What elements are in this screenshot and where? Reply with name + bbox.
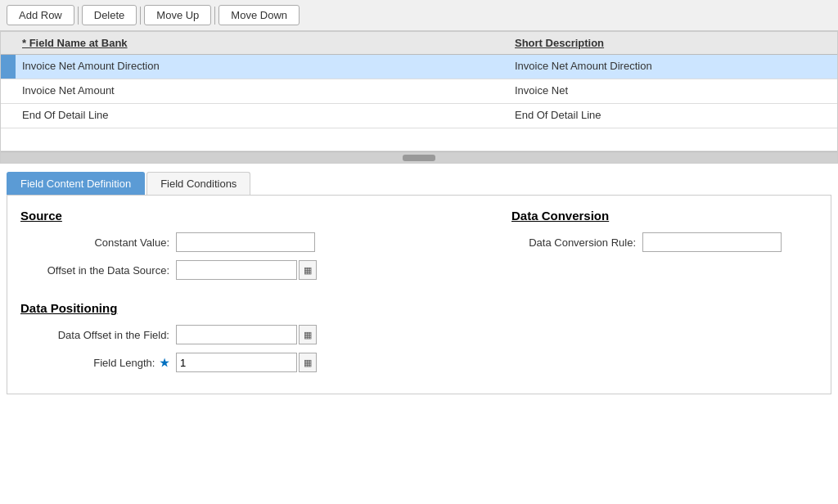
- field-name-cell: Invoice Net Amount Direction: [16, 55, 508, 79]
- short-desc-cell: End Of Detail Line: [508, 104, 837, 128]
- two-column-layout: Source Constant Value: Offset in the Dat…: [20, 209, 818, 380]
- toolbar: Add Row Delete Move Up Move Down: [0, 0, 838, 31]
- data-conversion-rule-input-wrap: [642, 232, 782, 252]
- separator-2: [140, 7, 141, 25]
- row-indicator: [1, 104, 16, 128]
- field-name-cell: End Of Detail Line: [16, 104, 508, 128]
- tabs-bar: Field Content Definition Field Condition…: [7, 172, 831, 196]
- left-column: Source Constant Value: Offset in the Dat…: [20, 209, 495, 380]
- offset-input[interactable]: [176, 260, 297, 280]
- tab-field-conditions[interactable]: Field Conditions: [146, 172, 250, 195]
- field-length-calendar-icon[interactable]: ▦: [299, 353, 317, 372]
- separator-3: [214, 7, 215, 25]
- short-desc-cell: [508, 128, 837, 151]
- constant-value-row: Constant Value:: [20, 232, 495, 252]
- row-indicator: [1, 128, 16, 151]
- offset-label: Offset in the Data Source:: [20, 264, 176, 277]
- table-row[interactable]: Invoice Net Amount Direction Invoice Net…: [1, 55, 837, 79]
- table-header: * Field Name at Bank Short Description: [1, 32, 837, 55]
- tabs-section: Field Content Definition Field Condition…: [0, 172, 838, 394]
- tab-content: Source Constant Value: Offset in the Dat…: [7, 196, 831, 394]
- constant-value-label: Constant Value:: [20, 236, 176, 249]
- separator-1: [78, 7, 79, 25]
- table-row[interactable]: Invoice Net Amount Invoice Net: [1, 79, 837, 104]
- table-row[interactable]: End Of Detail Line End Of Detail Line: [1, 104, 837, 128]
- scrollbar-thumb[interactable]: [403, 155, 435, 161]
- data-conversion-heading: Data Conversion: [511, 209, 818, 223]
- data-offset-input-wrap: ▦: [176, 325, 317, 344]
- tab-field-content-definition[interactable]: Field Content Definition: [7, 172, 145, 195]
- data-table: * Field Name at Bank Short Description I…: [0, 31, 838, 164]
- data-offset-calendar-icon[interactable]: ▦: [299, 325, 317, 344]
- right-column: Data Conversion Data Conversion Rule:: [511, 209, 818, 380]
- horizontal-scrollbar[interactable]: [1, 151, 837, 163]
- row-indicator: [1, 79, 16, 103]
- field-length-input[interactable]: [176, 353, 297, 372]
- table-row[interactable]: [1, 128, 837, 151]
- field-length-input-wrap: ▦: [176, 353, 317, 372]
- offset-input-wrap: ▦: [176, 260, 317, 280]
- offset-calendar-icon[interactable]: ▦: [299, 260, 317, 280]
- data-offset-row: Data Offset in the Field: ▦: [20, 325, 495, 344]
- constant-value-input[interactable]: [176, 232, 315, 252]
- field-length-label: Field Length: ★: [20, 357, 176, 369]
- field-length-row: Field Length: ★ ▦: [20, 353, 495, 372]
- data-conversion-rule-row: Data Conversion Rule:: [511, 232, 818, 252]
- constant-value-input-wrap: [176, 232, 315, 252]
- data-offset-input[interactable]: [176, 325, 297, 344]
- data-positioning-heading: Data Positioning: [20, 301, 495, 315]
- required-star-icon: ★: [156, 357, 169, 369]
- data-conversion-rule-label: Data Conversion Rule:: [511, 236, 642, 249]
- source-heading: Source: [20, 209, 495, 223]
- add-row-button[interactable]: Add Row: [7, 5, 74, 25]
- offset-row: Offset in the Data Source: ▦: [20, 260, 495, 280]
- move-up-button[interactable]: Move Up: [144, 5, 211, 25]
- delete-button[interactable]: Delete: [82, 5, 137, 25]
- field-name-cell: [16, 128, 508, 151]
- short-desc-cell: Invoice Net: [508, 79, 837, 103]
- field-name-cell: Invoice Net Amount: [16, 79, 508, 103]
- data-offset-label: Data Offset in the Field:: [20, 329, 176, 341]
- short-desc-cell: Invoice Net Amount Direction: [508, 55, 837, 79]
- col2-header: Short Description: [508, 32, 837, 54]
- move-down-button[interactable]: Move Down: [219, 5, 300, 25]
- col1-header: * Field Name at Bank: [1, 32, 508, 54]
- row-indicator: [1, 55, 16, 79]
- data-conversion-rule-input[interactable]: [642, 232, 782, 252]
